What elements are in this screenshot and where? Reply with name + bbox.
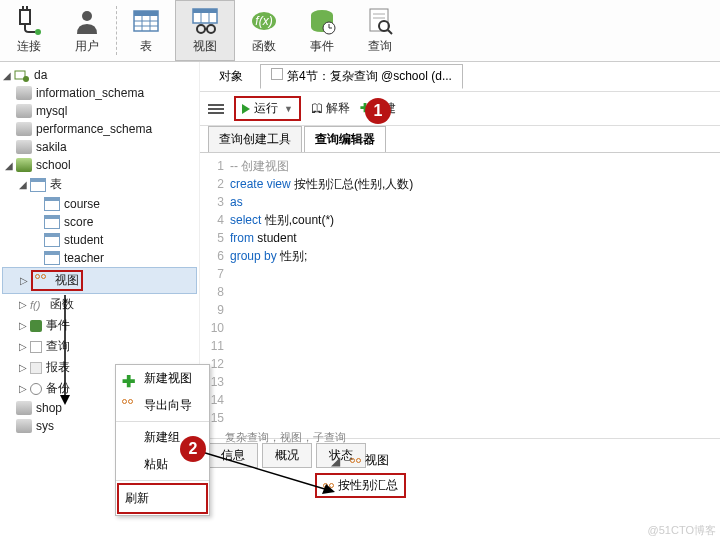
connection-node[interactable]: ◢da bbox=[2, 66, 197, 84]
editor-tabs: 查询创建工具 查询编辑器 bbox=[200, 126, 720, 153]
plug-icon bbox=[14, 6, 44, 36]
queries-folder[interactable]: ▷查询 bbox=[2, 336, 197, 357]
svg-rect-12 bbox=[193, 9, 217, 13]
fx-icon: f() bbox=[30, 298, 46, 312]
object-tabs: 对象 第4节：复杂查询 @school (d... bbox=[200, 62, 720, 92]
tab-editor[interactable]: 查询编辑器 bbox=[304, 126, 386, 152]
tables-folder[interactable]: ◢表 bbox=[2, 174, 197, 195]
table-icon bbox=[44, 197, 60, 211]
toolbar-label: 事件 bbox=[310, 38, 334, 55]
toolbar-view[interactable]: 视图 bbox=[175, 0, 235, 61]
toolbar-label: 表 bbox=[140, 38, 152, 55]
query-icon bbox=[365, 6, 395, 36]
code-area[interactable]: -- 创建视图 create view 按性别汇总(性别,人数) as sele… bbox=[230, 157, 720, 434]
event-icon bbox=[307, 6, 337, 36]
svg-point-15 bbox=[197, 25, 205, 33]
explain-button[interactable]: 🕮 解释 bbox=[311, 100, 350, 117]
toolbar-query[interactable]: 查询 bbox=[351, 0, 409, 61]
db-node[interactable]: sakila bbox=[2, 138, 197, 156]
callout-1: 1 bbox=[365, 98, 391, 124]
menu-icon[interactable] bbox=[208, 102, 224, 116]
tab-query[interactable]: 第4节：复杂查询 @school (d... bbox=[260, 64, 463, 89]
database-icon bbox=[16, 158, 32, 172]
event-icon bbox=[30, 320, 42, 332]
toolbar-table[interactable]: 表 bbox=[117, 0, 175, 61]
view-icon bbox=[323, 483, 334, 488]
tab-info[interactable]: 信息 bbox=[208, 443, 258, 468]
svg-point-4 bbox=[82, 11, 92, 21]
table-node[interactable]: teacher bbox=[2, 249, 197, 267]
table-icon bbox=[44, 251, 60, 265]
run-button[interactable]: 运行▼ bbox=[234, 96, 301, 121]
explain-icon: 🕮 bbox=[311, 101, 323, 115]
backup-icon bbox=[30, 383, 42, 395]
snippet-parent: 视图 bbox=[365, 452, 389, 469]
events-folder[interactable]: ▷事件 bbox=[2, 315, 197, 336]
watermark: @51CTO博客 bbox=[648, 523, 716, 538]
main-toolbar: 连接 用户 表 视图 f(x) 函数 事件 查询 bbox=[0, 0, 720, 62]
export-icon bbox=[122, 399, 138, 413]
connection-icon bbox=[14, 68, 30, 82]
table-icon bbox=[44, 215, 60, 229]
views-folder[interactable]: ▷视图 bbox=[2, 267, 197, 294]
chevron-down-icon: ▼ bbox=[284, 104, 293, 114]
svg-rect-6 bbox=[134, 11, 158, 16]
view-icon bbox=[35, 274, 51, 288]
query-tab-icon bbox=[271, 68, 283, 80]
query-icon bbox=[30, 341, 42, 353]
toolbar-event[interactable]: 事件 bbox=[293, 0, 351, 61]
user-icon bbox=[72, 6, 102, 36]
database-icon bbox=[16, 104, 32, 118]
query-actions: 运行▼ 🕮 解释 ✚新建 bbox=[200, 92, 720, 126]
toolbar-label: 用户 bbox=[75, 38, 99, 55]
expand-icon: ◢ bbox=[331, 454, 340, 468]
svg-rect-0 bbox=[20, 10, 30, 24]
toolbar-label: 视图 bbox=[193, 38, 217, 55]
report-icon bbox=[30, 362, 42, 374]
view-icon bbox=[190, 6, 220, 36]
sql-editor[interactable]: 123456789101112131415 -- 创建视图 create vie… bbox=[200, 153, 720, 438]
ctx-refresh[interactable]: 刷新 bbox=[117, 483, 208, 514]
db-node[interactable]: mysql bbox=[2, 102, 197, 120]
toolbar-label: 函数 bbox=[252, 38, 276, 55]
fx-icon: f(x) bbox=[249, 6, 279, 36]
new-view-item[interactable]: 按性别汇总 bbox=[315, 473, 406, 498]
callout-2: 2 bbox=[180, 436, 206, 462]
plus-icon: ✚ bbox=[122, 372, 138, 386]
svg-text:f(x): f(x) bbox=[255, 14, 272, 28]
svg-line-28 bbox=[388, 30, 392, 34]
tab-builder[interactable]: 查询创建工具 bbox=[208, 126, 302, 152]
database-icon bbox=[16, 401, 32, 415]
toolbar-user[interactable]: 用户 bbox=[58, 0, 116, 61]
functions-folder[interactable]: ▷f()函数 bbox=[2, 294, 197, 315]
toolbar-label: 查询 bbox=[368, 38, 392, 55]
database-icon bbox=[16, 419, 32, 433]
database-icon bbox=[16, 140, 32, 154]
table-icon bbox=[30, 178, 46, 192]
database-icon bbox=[16, 86, 32, 100]
toolbar-function[interactable]: f(x) 函数 bbox=[235, 0, 293, 61]
table-node[interactable]: score bbox=[2, 213, 197, 231]
result-snippet: ◢ 视图 按性别汇总 bbox=[260, 450, 460, 500]
status-text: 复杂查询，视图，子查询 bbox=[225, 430, 346, 445]
db-node[interactable]: information_schema bbox=[2, 84, 197, 102]
svg-point-3 bbox=[35, 29, 41, 35]
table-node[interactable]: course bbox=[2, 195, 197, 213]
tab-objects[interactable]: 对象 bbox=[208, 64, 254, 89]
table-icon bbox=[44, 233, 60, 247]
ctx-new-view[interactable]: ✚新建视图 bbox=[116, 365, 209, 392]
play-icon bbox=[242, 104, 250, 114]
toolbar-connect[interactable]: 连接 bbox=[0, 0, 58, 61]
database-icon bbox=[16, 122, 32, 136]
svg-point-30 bbox=[23, 76, 29, 82]
table-icon bbox=[131, 6, 161, 36]
svg-point-16 bbox=[207, 25, 215, 33]
db-node-open[interactable]: ◢school bbox=[2, 156, 197, 174]
object-tree: ◢da information_schema mysql performance… bbox=[0, 62, 200, 472]
db-node[interactable]: performance_schema bbox=[2, 120, 197, 138]
table-node[interactable]: student bbox=[2, 231, 197, 249]
toolbar-label: 连接 bbox=[17, 38, 41, 55]
main-pane: 对象 第4节：复杂查询 @school (d... 运行▼ 🕮 解释 ✚新建 查… bbox=[200, 62, 720, 472]
ctx-export[interactable]: 导出向导 bbox=[116, 392, 209, 419]
view-icon bbox=[350, 458, 361, 463]
